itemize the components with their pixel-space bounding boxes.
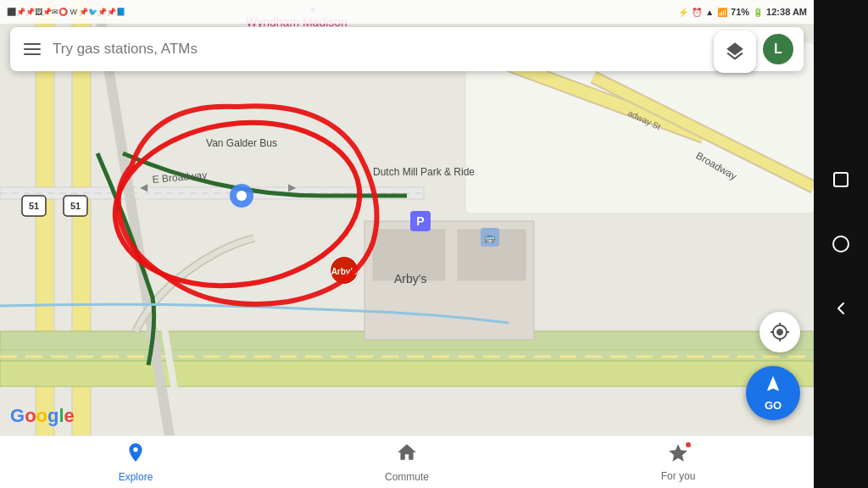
svg-rect-13 (0, 361, 814, 386)
notification-icons: ⬛📌📌🖼📌✉⭕ W 📌🐦📌📌📘 (7, 8, 126, 16)
search-bar: L (10, 27, 804, 71)
svg-text:P: P (416, 214, 424, 228)
location-button[interactable] (760, 312, 800, 352)
hamburger-menu-icon[interactable] (20, 40, 44, 58)
svg-text:51: 51 (70, 201, 81, 211)
alarm-icon: ⏰ (692, 8, 702, 17)
commute-label: Commute (385, 471, 429, 483)
status-bar-notifications: ⬛📌📌🖼📌✉⭕ W 📌🐦📌📌📘 (7, 8, 126, 16)
home-button[interactable] (826, 229, 856, 259)
for-you-badge-container (667, 442, 689, 468)
status-bar-system: ⚡ ⏰ ▲ 📶 71% 🔋 12:38 AM (678, 7, 807, 17)
battery-icon: 🔋 (753, 8, 763, 17)
go-arrow-icon (764, 374, 782, 397)
back-button[interactable] (826, 293, 856, 324)
for-you-label: For you (661, 470, 696, 482)
svg-text:Arby's: Arby's (394, 272, 426, 286)
bottom-navigation: Explore Commute For you (0, 435, 814, 488)
layer-toggle-button[interactable] (714, 30, 756, 73)
android-hardware-nav (814, 0, 868, 488)
nav-for-you[interactable]: For you (542, 442, 814, 482)
google-logo: Google (10, 405, 75, 427)
svg-text:Van Galder Bus: Van Galder Bus (206, 137, 277, 149)
recent-apps-button[interactable] (826, 164, 856, 195)
user-avatar[interactable]: L (763, 34, 793, 64)
wifi-icon: ▲ (705, 8, 714, 17)
svg-text:Dutch Mill Park & Ride: Dutch Mill Park & Ride (373, 166, 475, 178)
svg-rect-45 (834, 173, 848, 186)
nav-explore[interactable]: Explore (0, 441, 271, 483)
signal-icon: 📶 (717, 8, 727, 17)
bluetooth-icon: ⚡ (678, 8, 688, 17)
explore-icon (125, 441, 147, 469)
search-input[interactable] (53, 41, 727, 58)
commute-icon (396, 441, 418, 469)
svg-point-33 (236, 191, 247, 201)
svg-text:🚌: 🚌 (484, 231, 496, 243)
status-bar: ⬛📌📌🖼📌✉⭕ W 📌🐦📌📌📘 ⚡ ⏰ ▲ 📶 71% 🔋 12:38 AM (0, 0, 814, 24)
go-label: GO (765, 399, 782, 412)
svg-text:▶: ▶ (288, 181, 297, 193)
battery-percent: 71% (731, 7, 749, 17)
svg-text:◀: ◀ (140, 181, 148, 193)
clock: 12:38 AM (766, 7, 807, 17)
explore-label: Explore (119, 471, 153, 483)
nav-commute[interactable]: Commute (271, 441, 542, 483)
go-button[interactable]: GO (746, 366, 800, 420)
notification-badge (684, 441, 693, 449)
svg-text:51: 51 (29, 201, 39, 211)
svg-point-46 (833, 236, 849, 252)
